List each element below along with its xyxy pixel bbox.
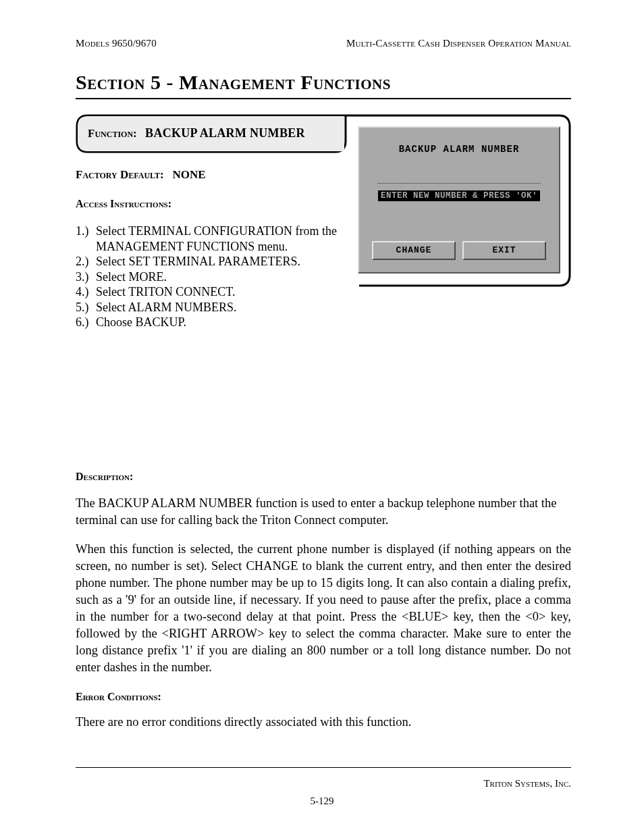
- header-left: Models 9650/9670: [76, 38, 157, 49]
- change-button[interactable]: CHANGE: [372, 241, 456, 260]
- screen-prompt: ENTER NEW NUMBER & PRESS 'OK': [378, 190, 540, 201]
- screen-buttons: CHANGE EXIT: [359, 241, 559, 260]
- terminal-screen: BACKUP ALARM NUMBER ____________________…: [358, 126, 560, 273]
- footer-rule: [76, 767, 571, 768]
- step-2-text: Select SET TERMINAL PARAMETERS.: [96, 254, 352, 269]
- function-panel: Function: BACKUP ALARM NUMBER BACKUP ALA…: [76, 114, 571, 287]
- step-5: 5.)Select ALARM NUMBERS.: [76, 300, 352, 315]
- page: Models 9650/9670 Multi-Cassette Cash Dis…: [0, 0, 644, 834]
- step-3: 3.)Select MORE.: [76, 269, 352, 285]
- step-3-text: Select MORE.: [96, 269, 352, 285]
- function-tab: Function: BACKUP ALARM NUMBER: [76, 114, 346, 152]
- step-4-text: Select TRITON CONNECT.: [96, 284, 352, 300]
- screen-title: BACKUP ALARM NUMBER: [359, 144, 559, 155]
- body: Description: The BACKUP ALARM NUMBER fun…: [76, 471, 571, 731]
- access-steps: 1.)Select TERMINAL CONFIGURATION from th…: [76, 224, 352, 330]
- function-label: Function:: [88, 127, 137, 140]
- factory-default: Factory Default: NONE: [76, 168, 352, 182]
- left-column: Factory Default: NONE Access Instruction…: [76, 168, 352, 330]
- step-6-text: Choose BACKUP.: [96, 315, 352, 330]
- exit-button[interactable]: EXIT: [462, 241, 546, 260]
- screen-input-line: _______________________________: [359, 175, 559, 185]
- factory-default-label: Factory Default:: [76, 168, 164, 181]
- step-2: 2.)Select SET TERMINAL PARAMETERS.: [76, 254, 352, 269]
- section-title: Section 5 - Management Functions: [76, 71, 571, 94]
- description-label: Description:: [76, 471, 571, 483]
- step-6: 6.)Choose BACKUP.: [76, 315, 352, 330]
- footer-company: Triton Systems, Inc.: [483, 778, 571, 789]
- page-header: Models 9650/9670 Multi-Cassette Cash Dis…: [76, 38, 571, 49]
- function-name: BACKUP ALARM NUMBER: [145, 126, 305, 140]
- header-right: Multi-Cassette Cash Dispenser Operation …: [346, 38, 571, 49]
- description-para-1: The BACKUP ALARM NUMBER function is used…: [76, 495, 571, 529]
- step-1: 1.)Select TERMINAL CONFIGURATION from th…: [76, 224, 352, 254]
- factory-default-value: NONE: [172, 168, 205, 181]
- title-rule: [76, 98, 571, 99]
- description-para-2: When this function is selected, the curr…: [76, 541, 571, 676]
- error-conditions-label: Error Conditions:: [76, 691, 571, 703]
- footer-page-number: 5-129: [0, 796, 644, 807]
- step-5-text: Select ALARM NUMBERS.: [96, 300, 352, 315]
- step-4: 4.)Select TRITON CONNECT.: [76, 284, 352, 300]
- access-instructions-label: Access Instructions:: [76, 198, 352, 210]
- step-1-text: Select TERMINAL CONFIGURATION from the M…: [96, 224, 352, 254]
- error-conditions-text: There are no error conditions directly a…: [76, 714, 571, 731]
